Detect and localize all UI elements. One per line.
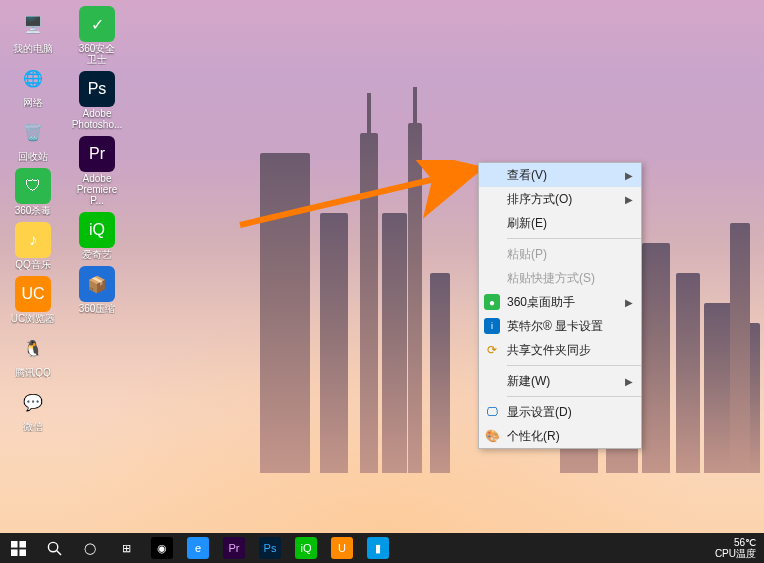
taskbar-app-ie[interactable]: e — [180, 533, 216, 563]
menu-intel-graphics[interactable]: i 英特尔® 显卡设置 — [479, 314, 641, 338]
icon-label: 360安全卫士 — [74, 43, 120, 65]
menu-intel-label: 英特尔® 显卡设置 — [507, 318, 603, 335]
menu-separator — [507, 396, 641, 397]
menu-personalize-label: 个性化(R) — [507, 428, 560, 445]
menu-view-label: 查看(V) — [507, 167, 547, 184]
svg-point-5 — [48, 542, 57, 551]
menu-sync-label: 共享文件夹同步 — [507, 342, 591, 359]
uc-pinned-icon: U — [331, 537, 353, 559]
cpu-temperature-widget[interactable]: 56℃ CPU温度 — [707, 537, 764, 559]
taskbar-app-uc-pinned[interactable]: U — [324, 533, 360, 563]
360-antivirus-icon: 🛡 — [15, 168, 51, 204]
desktop-icon-wechat[interactable]: 💬微信 — [8, 382, 58, 434]
tencent-qq-icon: 🐧 — [15, 330, 51, 366]
menu-separator — [507, 238, 641, 239]
desktop-icon-recycle-bin[interactable]: 🗑️回收站 — [8, 112, 58, 164]
sync-icon: ⟳ — [484, 342, 500, 358]
desktop-icon-360-safeguard[interactable]: ✓360安全卫士 — [72, 4, 122, 67]
chevron-right-icon: ▶ — [625, 297, 633, 308]
menu-paste-label: 粘贴(P) — [507, 246, 547, 263]
menu-helper-label: 360桌面助手 — [507, 294, 575, 311]
menu-360-desktop-helper[interactable]: ● 360桌面助手 ▶ — [479, 290, 641, 314]
menu-paste-shortcut: 粘贴快捷方式(S) — [479, 266, 641, 290]
chevron-right-icon: ▶ — [625, 376, 633, 387]
menu-paste-shortcut-label: 粘贴快捷方式(S) — [507, 270, 595, 287]
taskbar-app-task-view[interactable]: ⊞ — [108, 533, 144, 563]
svg-rect-1 — [11, 541, 18, 548]
menu-shared-sync[interactable]: ⟳ 共享文件夹同步 — [479, 338, 641, 362]
taskbar-app-phone-link[interactable]: ▮ — [360, 533, 396, 563]
taskbar-app-cortana-circle[interactable]: ◯ — [72, 533, 108, 563]
search-button[interactable] — [36, 533, 72, 563]
menu-refresh-label: 刷新(E) — [507, 215, 547, 232]
network-icon: 🌐 — [15, 60, 51, 96]
temp-label: CPU温度 — [715, 548, 756, 559]
icon-label: Adobe Premiere P... — [74, 173, 120, 206]
phone-link-icon: ▮ — [367, 537, 389, 559]
svg-line-6 — [56, 550, 60, 554]
desktop-icon-network[interactable]: 🌐网络 — [8, 58, 58, 110]
taskbar-app-iqiyi-pinned[interactable]: iQ — [288, 533, 324, 563]
adobe-premiere-icon: Pr — [79, 136, 115, 172]
icon-label: 腾讯QQ — [15, 367, 51, 378]
desktop-icon-uc-browser[interactable]: UCUC浏览器 — [8, 274, 58, 326]
desktop-icon-adobe-premiere[interactable]: PrAdobe Premiere P... — [72, 134, 122, 208]
menu-view[interactable]: 查看(V) ▶ — [479, 163, 641, 187]
desktop-icon-tencent-qq[interactable]: 🐧腾讯QQ — [8, 328, 58, 380]
iqiyi-pinned-icon: iQ — [295, 537, 317, 559]
icon-label: 网络 — [23, 97, 43, 108]
desktop-icons-area: 🖥️我的电脑🌐网络🗑️回收站🛡360杀毒♪QQ音乐UCUC浏览器🐧腾讯QQ💬微信… — [8, 4, 126, 434]
uc-browser-icon: UC — [15, 276, 51, 312]
menu-personalize[interactable]: 🎨 个性化(R) — [479, 424, 641, 448]
premiere-pinned-icon: Pr — [223, 537, 245, 559]
desktop-icon-360-antivirus[interactable]: 🛡360杀毒 — [8, 166, 58, 218]
icon-label: 爱奇艺 — [82, 249, 112, 260]
start-button[interactable] — [0, 533, 36, 563]
my-computer-icon: 🖥️ — [15, 6, 51, 42]
taskbar-app-photoshop-pinned[interactable]: Ps — [252, 533, 288, 563]
adobe-photoshop-icon: Ps — [79, 71, 115, 107]
menu-sort[interactable]: 排序方式(O) ▶ — [479, 187, 641, 211]
icon-label: 我的电脑 — [13, 43, 53, 54]
360-zip-icon: 📦 — [79, 266, 115, 302]
menu-refresh[interactable]: 刷新(E) — [479, 211, 641, 235]
menu-new[interactable]: 新建(W) ▶ — [479, 369, 641, 393]
icon-label: QQ音乐 — [15, 259, 51, 270]
windows-logo-icon — [11, 541, 26, 556]
desktop-icon-iqiyi[interactable]: iQ爱奇艺 — [72, 210, 122, 262]
taskbar-app-premiere-pinned[interactable]: Pr — [216, 533, 252, 563]
taskbar-app-edge[interactable]: ◉ — [144, 533, 180, 563]
icon-label: 360杀毒 — [15, 205, 52, 216]
menu-separator — [507, 365, 641, 366]
temp-value: 56℃ — [715, 537, 756, 548]
menu-sort-label: 排序方式(O) — [507, 191, 572, 208]
menu-display-label: 显示设置(D) — [507, 404, 572, 421]
intel-icon: i — [484, 318, 500, 334]
desktop[interactable]: 🖥️我的电脑🌐网络🗑️回收站🛡360杀毒♪QQ音乐UCUC浏览器🐧腾讯QQ💬微信… — [0, 0, 764, 533]
icon-label: 360压缩 — [79, 303, 116, 314]
wechat-icon: 💬 — [15, 384, 51, 420]
taskbar: ◯⊞◉ePrPsiQU▮ 56℃ CPU温度 — [0, 533, 764, 563]
svg-rect-3 — [11, 549, 18, 556]
ie-icon: e — [187, 537, 209, 559]
menu-paste: 粘贴(P) — [479, 242, 641, 266]
360-safeguard-icon: ✓ — [79, 6, 115, 42]
icon-label: Adobe Photosho... — [72, 108, 123, 130]
desktop-icon-adobe-photoshop[interactable]: PsAdobe Photosho... — [72, 69, 122, 132]
edge-icon: ◉ — [151, 537, 173, 559]
menu-new-label: 新建(W) — [507, 373, 550, 390]
display-icon: 🖵 — [484, 404, 500, 420]
iqiyi-icon: iQ — [79, 212, 115, 248]
desktop-context-menu: 查看(V) ▶ 排序方式(O) ▶ 刷新(E) 粘贴(P) 粘贴快捷方式(S) … — [478, 162, 642, 449]
qq-music-icon: ♪ — [15, 222, 51, 258]
chevron-right-icon: ▶ — [625, 170, 633, 181]
desktop-icon-my-computer[interactable]: 🖥️我的电脑 — [8, 4, 58, 56]
icon-label: 微信 — [23, 421, 43, 432]
desktop-icon-360-zip[interactable]: 📦360压缩 — [72, 264, 122, 316]
chevron-right-icon: ▶ — [625, 194, 633, 205]
recycle-bin-icon: 🗑️ — [15, 114, 51, 150]
search-icon — [47, 541, 62, 556]
menu-display-settings[interactable]: 🖵 显示设置(D) — [479, 400, 641, 424]
desktop-icon-qq-music[interactable]: ♪QQ音乐 — [8, 220, 58, 272]
cortana-circle-icon: ◯ — [79, 537, 101, 559]
